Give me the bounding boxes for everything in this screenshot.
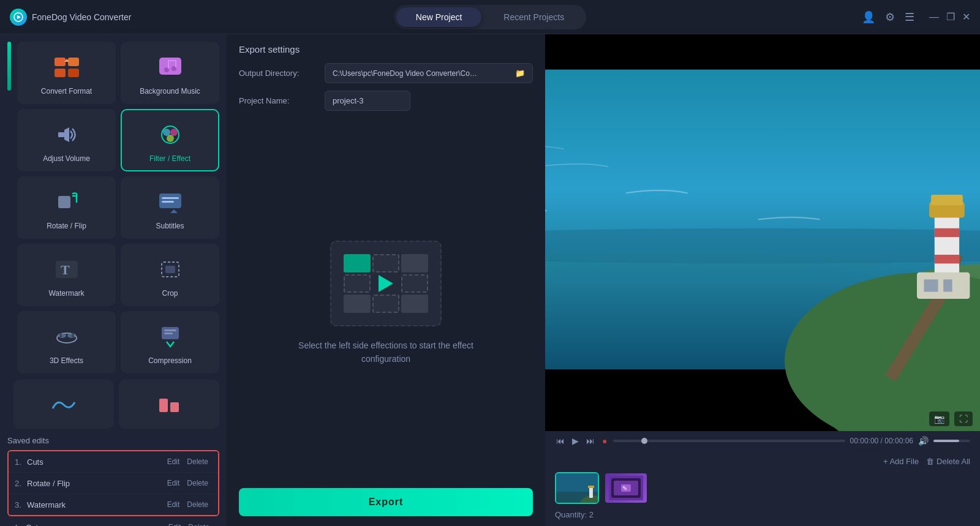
volume-icon[interactable]: 🔊 xyxy=(918,436,929,446)
delete-all-btn[interactable]: 🗑 Delete All xyxy=(926,457,970,466)
extra-2-icon xyxy=(154,391,184,420)
effect-extra-2[interactable] xyxy=(119,380,219,429)
saved-edits-list: 1. Cuts Edit Delete 2. Rotate / Flip Edi… xyxy=(7,450,219,516)
svg-rect-4 xyxy=(55,69,66,77)
svg-rect-35 xyxy=(170,402,179,412)
grid-cell-tl xyxy=(344,254,371,272)
svg-point-15 xyxy=(163,129,170,136)
skip-back-btn[interactable]: ⏮ xyxy=(555,436,566,446)
3d-effects-label: 3D Effects xyxy=(50,356,83,365)
file-manager-actions: + Add File 🗑 Delete All xyxy=(555,457,970,466)
filter-effect-label: Filter / Effect xyxy=(149,154,190,163)
maximize-button[interactable]: ❐ xyxy=(946,11,955,23)
saved-edit-edit-3[interactable]: Edit xyxy=(164,499,184,510)
play-btn[interactable]: ▶ xyxy=(571,436,580,446)
playback-bar: ⏮ ▶ ⏭ ● 00:00:00 / 00:00:06 🔊 xyxy=(545,431,980,451)
close-button[interactable]: ✕ xyxy=(962,11,970,23)
recent-projects-tab[interactable]: Recent Projects xyxy=(484,7,584,27)
grid-cell-bm xyxy=(372,295,399,313)
svg-rect-13 xyxy=(58,132,64,137)
compression-icon xyxy=(156,322,185,351)
grid-cell-br xyxy=(401,295,428,313)
export-button[interactable]: Export xyxy=(239,488,533,516)
grid-cell-tr xyxy=(401,254,428,272)
svg-rect-5 xyxy=(68,69,79,77)
output-dir-value: C:\Users\pc\FoneDog Video Converter\Conv… xyxy=(333,69,480,78)
saved-edit-edit-1[interactable]: Edit xyxy=(164,456,184,467)
volume-fill xyxy=(933,440,959,442)
effect-background-music[interactable]: Background Music xyxy=(121,42,219,104)
add-file-btn[interactable]: + Add File xyxy=(883,457,919,466)
effect-crop[interactable]: Crop xyxy=(121,244,219,306)
middle-panel: Export settings Output Directory: C:\Use… xyxy=(227,34,545,526)
effect-extra-1[interactable] xyxy=(13,380,114,429)
saved-edit-delete-2[interactable]: Delete xyxy=(183,478,212,489)
app-logo-area: FoneDog Video Converter xyxy=(10,9,394,26)
thumbnail-1[interactable] xyxy=(555,472,599,504)
output-dir-field[interactable]: C:\Users\pc\FoneDog Video Converter\Conv… xyxy=(325,63,533,83)
skip-fwd-btn[interactable]: ⏭ xyxy=(585,436,596,446)
screenshot-btn[interactable]: 📷 xyxy=(929,411,949,426)
menu-icon[interactable]: ☰ xyxy=(905,10,914,24)
browse-folder-icon[interactable]: 📁 xyxy=(515,69,525,78)
thumb-2-image: ✎ xyxy=(605,473,647,503)
account-icon[interactable]: 👤 xyxy=(862,10,875,24)
svg-rect-3 xyxy=(68,58,79,66)
effect-compression[interactable]: Compression xyxy=(121,311,219,374)
effect-convert-format[interactable]: Convert Format xyxy=(17,42,116,104)
grid-cell-bl xyxy=(344,295,371,313)
grid-cell-ml xyxy=(344,274,371,293)
svg-rect-45 xyxy=(935,255,959,263)
effect-subtitles[interactable]: Subtitles xyxy=(121,176,219,239)
effect-placeholder-icon xyxy=(330,241,442,326)
time-display: 00:00:00 / 00:00:06 xyxy=(850,437,913,445)
effect-3d[interactable]: 3D Effects xyxy=(17,311,116,374)
app-logo-icon xyxy=(10,9,27,26)
svg-text:T: T xyxy=(61,262,70,277)
saved-edit-delete-1[interactable]: Delete xyxy=(183,456,212,467)
subtitles-icon xyxy=(156,187,185,217)
left-panel: Convert Format Backgroun xyxy=(0,34,227,526)
effects-grid: Convert Format Backgroun xyxy=(17,42,219,374)
preview-controls: 📷 ⛶ xyxy=(929,411,973,426)
svg-rect-20 xyxy=(162,197,179,199)
saved-edit-delete-4[interactable]: Delete xyxy=(184,522,213,526)
thumb-1-image xyxy=(556,473,599,504)
saved-edit-edit-2[interactable]: Edit xyxy=(164,478,184,489)
fullscreen-btn[interactable]: ⛶ xyxy=(954,411,973,426)
effect-rotate-flip[interactable]: Rotate / Flip xyxy=(17,176,116,239)
minimize-button[interactable]: — xyxy=(929,11,939,23)
volume-track[interactable] xyxy=(933,440,970,442)
settings-icon[interactable]: ⚙ xyxy=(885,10,895,24)
progress-track[interactable] xyxy=(613,440,845,442)
saved-edit-name-2: Rotate / Flip xyxy=(27,479,164,488)
new-project-tab[interactable]: New Project xyxy=(396,7,481,27)
window-controls: — ❐ ✕ xyxy=(929,11,970,23)
effect-filter-effect[interactable]: Filter / Effect xyxy=(121,109,219,171)
project-name-input[interactable] xyxy=(325,91,410,111)
output-dir-row: Output Directory: C:\Users\pc\FoneDog Vi… xyxy=(239,63,533,83)
saved-edit-edit-4[interactable]: Edit xyxy=(165,522,185,526)
svg-rect-34 xyxy=(159,399,168,412)
svg-rect-25 xyxy=(165,266,175,273)
3d-effects-icon xyxy=(52,322,81,351)
filter-effect-icon xyxy=(156,120,185,149)
svg-rect-21 xyxy=(162,201,174,203)
thumbnail-2[interactable]: ✎ xyxy=(604,472,648,504)
crop-icon xyxy=(156,255,185,284)
svg-rect-10 xyxy=(168,61,169,69)
background-music-icon xyxy=(156,53,185,82)
svg-rect-32 xyxy=(164,329,176,331)
saved-edit-num-1: 1. xyxy=(15,457,27,467)
project-name-row: Project Name: xyxy=(239,91,533,111)
effect-adjust-volume[interactable]: Adjust Volume xyxy=(17,109,116,171)
effect-watermark[interactable]: T Watermark xyxy=(17,244,116,306)
record-btn[interactable]: ● xyxy=(601,436,608,446)
grid-cell-mr xyxy=(401,274,428,293)
saved-edit-delete-3[interactable]: Delete xyxy=(183,499,212,510)
project-name-label: Project Name: xyxy=(239,96,318,105)
svg-rect-30 xyxy=(72,333,74,338)
svg-rect-55 xyxy=(588,486,594,488)
saved-edit-row-2: 2. Rotate / Flip Edit Delete xyxy=(9,473,218,494)
svg-rect-54 xyxy=(589,487,593,498)
